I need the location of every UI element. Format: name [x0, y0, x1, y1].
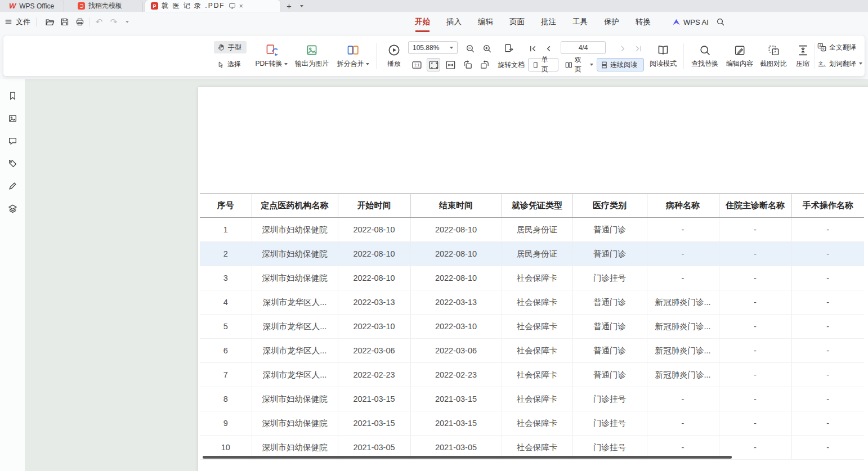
ribbon-tab-home[interactable]: 开始 — [415, 17, 430, 27]
open-file-button[interactable] — [43, 15, 56, 29]
layers-icon — [8, 204, 17, 213]
table-cell: - — [719, 218, 791, 242]
find-replace-button[interactable]: 查找替换 — [688, 39, 722, 73]
ribbon-tab-comment[interactable]: 批注 — [541, 17, 556, 27]
file-menu-button[interactable]: 文件 — [5, 12, 30, 32]
zoom-value: 105.88% — [413, 44, 439, 52]
thumbnail-panel-button[interactable] — [0, 107, 25, 129]
ribbon-tab-insert[interactable]: 插入 — [446, 17, 462, 27]
word-translate-button[interactable]: 文A 划词翻译 — [817, 58, 862, 69]
table-cell: - — [719, 266, 791, 290]
table-cell: 8 — [200, 387, 252, 411]
document-canvas[interactable]: 序号定点医药机构名称开始时间结束时间就诊凭证类型医疗类别病种名称住院主诊断名称手… — [25, 79, 868, 471]
cursor-icon — [217, 61, 225, 68]
monitor-icon[interactable] — [229, 2, 236, 10]
last-page-icon — [634, 44, 643, 53]
zoom-level-select[interactable]: 105.88% — [408, 41, 458, 54]
tab-label: WPS Office — [19, 2, 54, 10]
zoom-in-button[interactable] — [480, 42, 494, 55]
hand-tool-button[interactable]: 手型 — [214, 41, 247, 53]
table-cell: 社会保障卡 — [502, 411, 572, 436]
double-page-icon — [565, 61, 572, 69]
first-page-button[interactable] — [526, 42, 539, 55]
ribbon-search-button[interactable] — [714, 15, 727, 29]
double-page-button[interactable]: 双页 — [562, 58, 597, 71]
wps-ai-button[interactable]: WPS AI — [672, 12, 709, 32]
table-cell: 2021-03-15 — [338, 411, 410, 436]
table-cell: 深圳市龙华区人... — [252, 339, 338, 363]
go-to-page-button[interactable] — [502, 42, 516, 55]
next-page-button[interactable] — [616, 42, 629, 55]
select-tool-button[interactable]: 选择 — [214, 58, 247, 70]
tab-medical-record-pdf[interactable]: P 就 医 记 录 .PDF × — [145, 0, 280, 12]
redo-button[interactable]: ↷ — [107, 15, 120, 29]
tag-panel-button[interactable] — [0, 152, 25, 174]
full-text-translate-button[interactable]: A文 全文翻译 — [817, 42, 856, 53]
horizontal-scrollbar[interactable] — [203, 456, 732, 459]
pdf-file-icon: P — [151, 2, 158, 10]
pdf-convert-label: PDF转换 — [256, 59, 283, 69]
save-button[interactable] — [58, 15, 71, 29]
table-cell: 2022-08-10 — [410, 218, 502, 242]
actual-size-icon: 1:1 — [411, 60, 422, 70]
table-cell: 2022-03-10 — [338, 315, 410, 339]
edit-content-label: 编辑内容 — [726, 59, 753, 69]
print-button[interactable] — [73, 15, 87, 29]
docer-icon — [78, 2, 85, 10]
undo-button[interactable]: ↶ — [92, 15, 106, 29]
export-as-image-button[interactable]: 输出为图片 — [292, 39, 332, 73]
previous-page-button[interactable] — [542, 42, 555, 55]
wps-logo-icon: W — [9, 2, 16, 10]
annotate-panel-button[interactable] — [0, 174, 25, 197]
chevron-down-icon — [300, 5, 303, 7]
actual-size-button[interactable]: 1:1 — [410, 58, 423, 71]
bookmark-panel-button[interactable] — [0, 84, 25, 107]
ribbon-tab-protect[interactable]: 保护 — [604, 17, 619, 27]
rotate-document-button[interactable]: 旋转文档 — [494, 58, 528, 71]
tag-icon — [8, 159, 17, 168]
new-tab-button[interactable]: + — [283, 0, 295, 12]
table-cell: - — [719, 387, 791, 411]
comment-panel-button[interactable] — [0, 129, 25, 152]
export-image-icon — [306, 44, 318, 56]
ribbon-tab-tools[interactable]: 工具 — [572, 17, 588, 27]
ribbon-tab-edit[interactable]: 编辑 — [478, 17, 493, 27]
tab-docer-templates[interactable]: 找稻壳模板 — [72, 0, 143, 12]
rotate-left-button[interactable] — [461, 58, 475, 71]
separator — [376, 43, 377, 69]
table-cell: 2022-02-23 — [410, 363, 502, 387]
tab-wps-office[interactable]: W WPS Office — [3, 0, 64, 12]
layers-panel-button[interactable] — [0, 197, 25, 219]
reading-mode-button[interactable]: 阅读模式 — [646, 39, 680, 73]
split-merge-button[interactable]: 拆分合并 — [334, 39, 372, 73]
page-number-input[interactable]: 4/4 — [561, 41, 606, 54]
table-cell: 2022-08-10 — [338, 266, 410, 290]
zoom-out-button[interactable] — [463, 42, 477, 55]
table-cell: 普通门诊 — [572, 218, 647, 242]
table-cell: 社会保障卡 — [502, 266, 572, 290]
table-cell: - — [647, 242, 719, 266]
split-merge-icon — [347, 44, 359, 56]
single-page-button[interactable]: 单页 — [528, 58, 558, 71]
ribbon-tab-convert[interactable]: 转换 — [636, 17, 651, 27]
ribbon-tab-page[interactable]: 页面 — [509, 17, 525, 27]
continuous-reading-button[interactable]: 连续阅读 — [597, 58, 644, 71]
edit-content-button[interactable]: 编辑内容 — [723, 39, 757, 73]
hand-icon — [217, 43, 225, 51]
undo-history-dropdown[interactable] — [120, 15, 134, 29]
fit-width-button[interactable] — [444, 58, 457, 71]
chevron-down-icon — [366, 63, 369, 65]
close-tab-icon[interactable]: × — [238, 2, 244, 10]
fit-page-button[interactable] — [427, 58, 440, 71]
file-menu-label: 文件 — [16, 17, 30, 27]
rotate-right-button[interactable] — [478, 58, 491, 71]
play-button[interactable]: 播放 — [382, 39, 406, 73]
screenshot-compare-button[interactable]: 截图对比 — [757, 39, 790, 73]
play-label: 播放 — [387, 59, 401, 69]
last-page-button[interactable] — [632, 42, 645, 55]
tab-list-dropdown[interactable] — [297, 0, 307, 12]
pdf-convert-button[interactable]: PDF转换 — [253, 39, 289, 73]
table-cell: 2022-08-10 — [410, 242, 502, 266]
table-row: 9深圳市妇幼保健院2021-03-152021-03-15社会保障卡门诊挂号--… — [200, 411, 864, 436]
compress-button[interactable]: 压缩 — [790, 39, 815, 73]
